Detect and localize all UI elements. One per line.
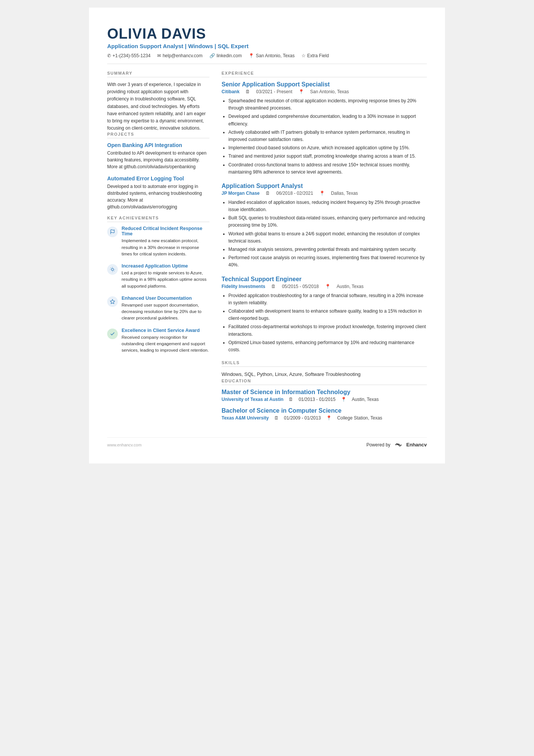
job-3: Technical Support Engineer Fidelity Inve… — [222, 276, 427, 354]
svg-marker-8 — [110, 299, 115, 304]
job-company-1: Citibank — [222, 89, 239, 94]
education-label: EDUCATION — [222, 379, 427, 385]
candidate-title: Application Support Analyst | Windows | … — [107, 43, 427, 49]
svg-point-1 — [111, 268, 114, 271]
achievement-icon-2 — [107, 264, 118, 275]
skills-text: Windows, SQL, Python, Linux, Azure, Soft… — [222, 371, 427, 379]
bullet-1-5: Trained and mentored junior support staf… — [228, 153, 427, 160]
experience-section: EXPERIENCE Senior Application Support Sp… — [222, 71, 427, 354]
phone-contact: ✆ +1-(234)-555-1234 — [107, 53, 150, 58]
edu-degree-1: Master of Science in Information Technol… — [222, 389, 427, 396]
project-desc-2: Developed a tool to automate error loggi… — [107, 183, 209, 210]
project-item-2: Automated Error Logging Tool Developed a… — [107, 175, 209, 210]
bullet-3-3: Facilitated cross-departmental workshops… — [228, 323, 427, 338]
enhancv-logo-icon — [393, 441, 404, 448]
bullet-3-1: Provided application troubleshooting for… — [228, 292, 427, 307]
edu-school-1: University of Texas at Austin — [222, 397, 283, 402]
job-bullets-2: Handled escalation of application issues… — [222, 199, 427, 269]
summary-text: With over 3 years of experience, I speci… — [107, 81, 209, 132]
bullet-1-1: Spearheaded the resolution of critical a… — [228, 97, 427, 112]
experience-label: EXPERIENCE — [222, 71, 427, 77]
linkedin-contact: 🔗 linkedin.com — [209, 53, 242, 58]
job-loc-icon-3: 📍 — [325, 284, 331, 289]
email-contact: ✉ help@enhancv.com — [157, 53, 202, 58]
bullet-3-2: Collaborated with development teams to e… — [228, 308, 427, 322]
job-date-icon-1: 🗓 — [245, 89, 250, 94]
page-footer: www.enhancv.com Powered by Enhancv — [107, 437, 427, 448]
extra-contact: ☆ Extra Field — [301, 53, 329, 58]
skills-section: SKILLS Windows, SQL, Python, Linux, Azur… — [222, 360, 427, 379]
job-date-icon-2: 🗓 — [265, 191, 270, 196]
footer-brand: Powered by Enhancv — [366, 441, 427, 448]
achievement-item-3: Enhanced User Documentation Revamped use… — [107, 296, 209, 322]
bullet-2-2: Built SQL queries to troubleshoot data-r… — [228, 214, 427, 229]
achievement-item-2: Increased Application Uptime Led a proje… — [107, 263, 209, 290]
job-company-2: JP Morgan Chase — [222, 191, 259, 196]
job-meta-2: JP Morgan Chase 🗓 06/2018 - 02/2021 📍 Da… — [222, 191, 427, 196]
edu-meta-1: University of Texas at Austin 🗓 01/2013 … — [222, 397, 427, 402]
edu-loc-icon-2: 📍 — [326, 415, 332, 421]
job-date-3: 05/2015 - 05/2018 — [282, 284, 319, 289]
job-location-2: Dallas, Texas — [331, 191, 358, 196]
edu-meta-2: Texas A&M University 🗓 01/2009 - 01/2013… — [222, 415, 427, 421]
edu-loc-icon-1: 📍 — [341, 397, 347, 402]
achievement-item-4: Excellence in Client Service Award Recei… — [107, 328, 209, 354]
bullet-2-4: Managed risk analysis sessions, preventi… — [228, 246, 427, 253]
bullet-2-1: Handled escalation of application issues… — [228, 199, 427, 213]
achievement-icon-1 — [107, 227, 118, 237]
contact-bar: ✆ +1-(234)-555-1234 ✉ help@enhancv.com 🔗… — [107, 53, 427, 64]
job-company-3: Fidelity Investments — [222, 284, 265, 289]
job-meta-3: Fidelity Investments 🗓 05/2015 - 05/2018… — [222, 284, 427, 289]
edu-date-icon-1: 🗓 — [289, 397, 293, 402]
extra-icon: ☆ — [301, 53, 306, 58]
right-column: EXPERIENCE Senior Application Support Sp… — [222, 71, 427, 426]
edu-location-1: Austin, Texas — [352, 397, 379, 402]
job-title-1: Senior Application Support Specialist — [222, 81, 427, 88]
job-date-icon-3: 🗓 — [271, 284, 276, 289]
footer-website: www.enhancv.com — [107, 443, 142, 447]
brand-name: Enhancv — [406, 442, 427, 448]
bullet-2-5: Performed root cause analysis on recurri… — [228, 254, 427, 269]
email-icon: ✉ — [157, 53, 161, 58]
job-bullets-1: Spearheaded the resolution of critical a… — [222, 97, 427, 176]
edu-date-icon-2: 🗓 — [274, 415, 279, 421]
edu-date-1: 01/2013 - 01/2015 — [298, 397, 335, 402]
job-location-3: Austin, Texas — [337, 284, 364, 289]
project-title-1: Open Banking API Integration — [107, 142, 209, 148]
achievement-title-1: Reduced Critical Incident Response Time — [122, 226, 209, 236]
job-loc-icon-2: 📍 — [319, 191, 325, 196]
achievement-title-3: Enhanced User Documentation — [122, 296, 209, 301]
achievement-title-4: Excellence in Client Service Award — [122, 328, 209, 333]
skills-label: SKILLS — [222, 360, 427, 367]
edu-school-2: Texas A&M University — [222, 415, 269, 421]
bullet-2-3: Worked with global teams to ensure a 24/… — [228, 230, 427, 245]
candidate-name: OLIVIA DAVIS — [107, 26, 427, 42]
achievement-desc-3: Revamped user support documentation, dec… — [122, 302, 209, 322]
job-1: Senior Application Support Specialist Ci… — [222, 81, 427, 176]
project-desc-1: Contributed to API development to enhanc… — [107, 150, 209, 170]
summary-section: SUMMARY With over 3 years of experience,… — [107, 71, 209, 132]
achievements-label: KEY ACHIEVEMENTS — [107, 216, 209, 222]
achievement-item-1: Reduced Critical Incident Response Time … — [107, 226, 209, 257]
achievement-title-2: Increased Application Uptime — [122, 263, 209, 269]
job-bullets-3: Provided application troubleshooting for… — [222, 292, 427, 354]
main-content: SUMMARY With over 3 years of experience,… — [107, 71, 427, 426]
linkedin-icon: 🔗 — [209, 53, 215, 58]
job-date-2: 06/2018 - 02/2021 — [276, 191, 313, 196]
bullet-1-3: Actively collaborated with IT partners g… — [228, 129, 427, 143]
bullet-1-4: Implemented cloud-based solutions on Azu… — [228, 144, 427, 152]
edu-item-2: Bachelor of Science in Computer Science … — [222, 407, 427, 421]
powered-by-text: Powered by — [366, 442, 390, 448]
job-title-2: Application Support Analyst — [222, 183, 427, 189]
svg-line-5 — [114, 271, 114, 271]
bullet-1-6: Coordinated cross-functional teams to ad… — [228, 161, 427, 176]
achievement-icon-4 — [107, 329, 118, 339]
bullet-3-4: Optimized Linux-based systems, enhancing… — [228, 339, 427, 354]
left-column: SUMMARY With over 3 years of experience,… — [107, 71, 209, 426]
job-2: Application Support Analyst JP Morgan Ch… — [222, 183, 427, 269]
bullet-1-2: Developed and updated comprehensive docu… — [228, 113, 427, 127]
job-date-1: 03/2021 - Present — [256, 89, 292, 94]
edu-item-1: Master of Science in Information Technol… — [222, 389, 427, 402]
job-location-1: San Antonio, Texas — [310, 89, 349, 94]
location-icon: 📍 — [248, 53, 254, 58]
